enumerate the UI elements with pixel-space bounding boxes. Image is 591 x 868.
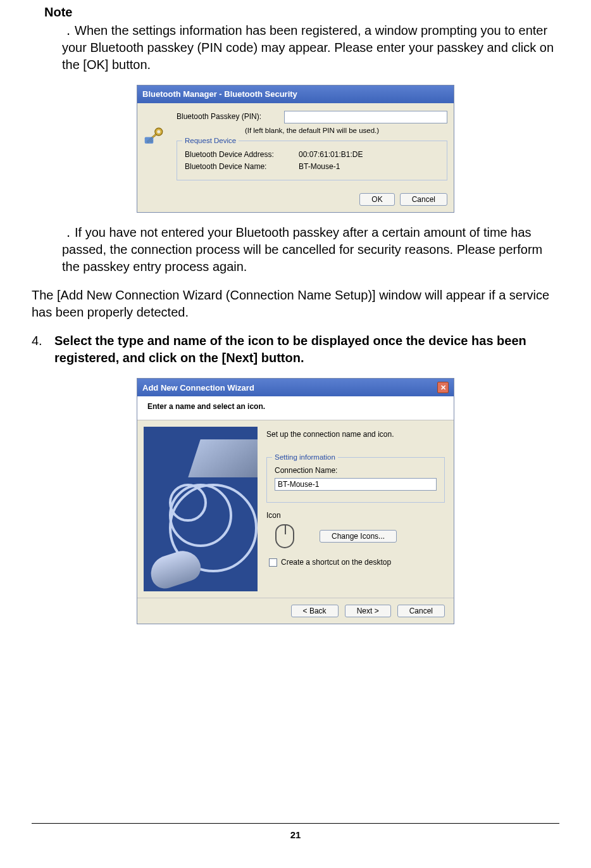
svg-point-1 bbox=[157, 130, 160, 133]
shortcut-checkbox[interactable] bbox=[269, 558, 277, 567]
note-item-2: ．If you have not entered your Bluetooth … bbox=[62, 224, 559, 275]
cancel-button[interactable]: Cancel bbox=[400, 193, 447, 206]
wizard-cancel-button[interactable]: Cancel bbox=[397, 605, 445, 617]
mouse-icon bbox=[275, 524, 294, 548]
next-button[interactable]: Next > bbox=[345, 605, 391, 617]
icon-label: Icon bbox=[266, 510, 445, 520]
step-instruction: Select the type and name of the icon to … bbox=[54, 332, 559, 367]
device-name-value: BT-Mouse-1 bbox=[299, 161, 340, 172]
request-device-group: Request Device Bluetooth Device Address:… bbox=[177, 141, 447, 180]
setting-info-group: Setting information Connection Name: bbox=[266, 457, 445, 503]
change-icons-button[interactable]: Change Icons... bbox=[320, 530, 397, 543]
wizard-title: Add New Connection Wizard bbox=[142, 382, 254, 394]
setting-info-legend: Setting information bbox=[272, 453, 338, 463]
key-icon bbox=[144, 126, 165, 145]
shortcut-label: Create a shortcut on the desktop bbox=[281, 557, 391, 567]
wizard-titlebar: Add New Connection Wizard ✕ bbox=[137, 379, 454, 396]
connection-name-label: Connection Name: bbox=[275, 465, 437, 475]
note-item-1: ．When the settings information has been … bbox=[62, 22, 559, 73]
pin-label: Bluetooth Passkey (PIN): bbox=[177, 111, 278, 122]
device-address-value: 00:07:61:01:B1:DE bbox=[299, 149, 363, 160]
wizard-intro: Set up the connection name and icon. bbox=[266, 429, 445, 439]
connection-name-input[interactable] bbox=[275, 478, 437, 491]
wizard-sidebar-image bbox=[144, 427, 258, 591]
device-address-label: Bluetooth Device Address: bbox=[185, 149, 299, 160]
dialog-titlebar: Bluetooth Manager - Bluetooth Security bbox=[137, 85, 454, 103]
pin-hint: (If left blank, the default PIN will be … bbox=[177, 126, 447, 136]
note-item-1-text: When the settings information has been r… bbox=[62, 23, 554, 72]
page-number: 21 bbox=[32, 823, 559, 841]
back-button[interactable]: < Back bbox=[291, 605, 339, 617]
dialog-title: Bluetooth Manager - Bluetooth Security bbox=[142, 89, 297, 100]
step-number: 4. bbox=[32, 332, 49, 367]
close-icon[interactable]: ✕ bbox=[437, 382, 449, 393]
step-4: 4. Select the type and name of the icon … bbox=[32, 332, 559, 367]
bullet-icon: ． bbox=[62, 23, 75, 37]
note-heading: Note bbox=[44, 0, 559, 21]
bluetooth-security-dialog: Bluetooth Manager - Bluetooth Security B… bbox=[137, 85, 454, 213]
device-name-label: Bluetooth Device Name: bbox=[185, 161, 299, 172]
request-device-legend: Request Device bbox=[182, 136, 239, 146]
add-connection-wizard-dialog: Add New Connection Wizard ✕ Enter a name… bbox=[137, 378, 454, 624]
bullet-icon: ． bbox=[62, 225, 75, 239]
svg-rect-2 bbox=[145, 137, 154, 143]
wizard-detected-paragraph: The [Add New Connection Wizard (Connecti… bbox=[32, 287, 559, 321]
note-item-2-text: If you have not entered your Bluetooth p… bbox=[62, 225, 542, 274]
ok-button[interactable]: OK bbox=[359, 193, 394, 206]
wizard-header: Enter a name and select an icon. bbox=[137, 396, 454, 420]
pin-input[interactable] bbox=[284, 111, 447, 123]
